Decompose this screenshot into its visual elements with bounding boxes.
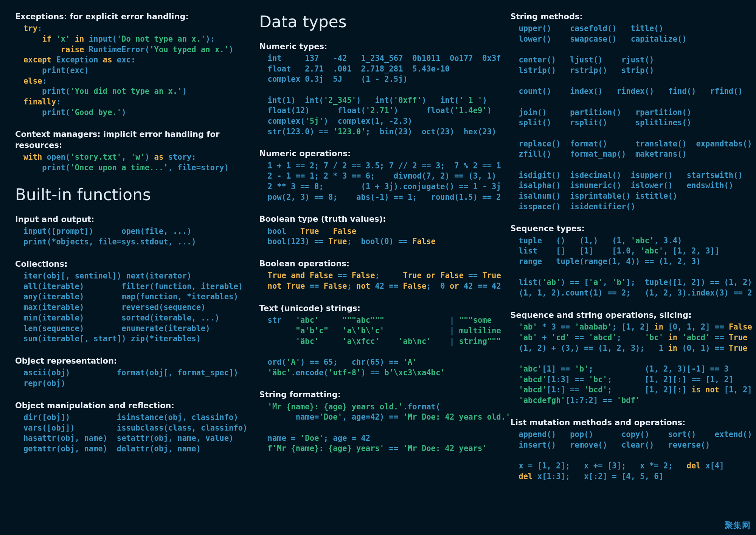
sequence-types-title: Sequence types: — [510, 223, 741, 234]
object-manip-title: Object manipulation and reflection: — [15, 400, 246, 411]
boolean-type-group: Boolean type (truth values): bool True F… — [259, 214, 497, 247]
sequence-ops-title: Sequence and string operations, slicing: — [510, 310, 741, 320]
string-methods-group: String methods: upper() casefold() title… — [510, 11, 741, 212]
list-mutation-group: List mutation methods and operations: ap… — [510, 417, 741, 482]
exceptions-title: Exceptions: for explicit error handling: — [15, 11, 246, 22]
boolean-ops-code: True and False == False; True or False =… — [268, 271, 497, 291]
context-managers-code: with open('story.txt', 'w') as story: pr… — [23, 152, 246, 173]
collections-title: Collections: — [15, 259, 246, 269]
string-formatting-code: 'Mr {name}: {age} years old.'.format( na… — [268, 402, 497, 454]
collections-group: Collections: iter(obj[, sentinel]) next(… — [15, 259, 246, 344]
text-strings-title: Text (unicode) strings: — [259, 303, 497, 314]
io-title: Input and output: — [15, 214, 246, 225]
io-code: input([prompt]) open(file, ...) print(*o… — [23, 226, 246, 247]
numeric-types-code: int 137 -42 1_234_567 0b1011 0o177 0x3f … — [268, 53, 497, 137]
text-strings-group: Text (unicode) strings: str 'abc' """abc… — [259, 303, 497, 378]
sequence-types-group: Sequence types: tuple () (1,) (1, 'abc',… — [510, 223, 741, 298]
exceptions-code: try: if 'x' in input('Do not type an x.'… — [23, 23, 246, 118]
numeric-types-group: Numeric types: int 137 -42 1_234_567 0b1… — [259, 41, 497, 137]
string-formatting-group: String formatting: 'Mr {name}: {age} yea… — [259, 389, 497, 454]
data-types-heading: Data types — [259, 11, 497, 33]
object-manip-group: Object manipulation and reflection: dir(… — [15, 400, 246, 454]
watermark: 聚集网 — [725, 520, 751, 531]
sequence-ops-code: 'ab' * 3 == 'ababab'; [1, 2] in [0, 1, 2… — [518, 322, 741, 406]
list-mutation-title: List mutation methods and operations: — [510, 417, 741, 428]
boolean-type-code: bool True False bool(123) == True; bool(… — [268, 226, 497, 247]
string-methods-code: upper() casefold() title() lower() swapc… — [518, 23, 741, 212]
context-managers-title: Context managers: implicit error handlin… — [15, 129, 246, 151]
string-formatting-title: String formatting: — [259, 389, 497, 400]
boolean-type-title: Boolean type (truth values): — [259, 214, 497, 224]
column-right: String methods: upper() casefold() title… — [510, 11, 741, 493]
column-middle: Data types Numeric types: int 137 -42 1_… — [259, 11, 497, 493]
numeric-ops-title: Numeric operations: — [259, 148, 497, 159]
column-left: Exceptions: for explicit error handling:… — [15, 11, 246, 493]
boolean-ops-group: Boolean operations: True and False == Fa… — [259, 258, 497, 292]
string-methods-title: String methods: — [510, 11, 741, 22]
object-repr-group: Object representation: ascii(obj) format… — [15, 356, 246, 389]
object-repr-code: ascii(obj) format(obj[, format_spec]) re… — [23, 368, 246, 389]
list-mutation-code: append() pop() copy() sort() extend() in… — [518, 429, 741, 482]
object-repr-title: Object representation: — [15, 356, 246, 366]
cheatsheet-page: Exceptions: for explicit error handling:… — [0, 0, 756, 535]
text-strings-code: str 'abc' """abc""" | """some "a'b'c" 'a… — [268, 315, 497, 378]
sequence-types-code: tuple () (1,) (1, 'abc', 3.4) list [] [1… — [518, 236, 741, 299]
context-managers-group: Context managers: implicit error handlin… — [15, 129, 246, 173]
boolean-ops-title: Boolean operations: — [259, 258, 497, 269]
numeric-ops-code: 1 + 1 == 2; 7 / 2 == 3.5; 7 // 2 == 3; 7… — [268, 161, 497, 203]
numeric-ops-group: Numeric operations: 1 + 1 == 2; 7 / 2 ==… — [259, 148, 497, 202]
exceptions-group: Exceptions: for explicit error handling:… — [15, 11, 246, 118]
builtin-functions-heading: Built-in functions — [15, 184, 246, 206]
sequence-ops-group: Sequence and string operations, slicing:… — [510, 310, 741, 406]
numeric-types-title: Numeric types: — [259, 41, 497, 52]
object-manip-code: dir([obj]) isinstance(obj, classinfo) va… — [23, 412, 246, 454]
collections-code: iter(obj[, sentinel]) next(iterator) all… — [23, 271, 246, 344]
io-group: Input and output: input([prompt]) open(f… — [15, 214, 246, 247]
columns: Exceptions: for explicit error handling:… — [15, 11, 741, 493]
